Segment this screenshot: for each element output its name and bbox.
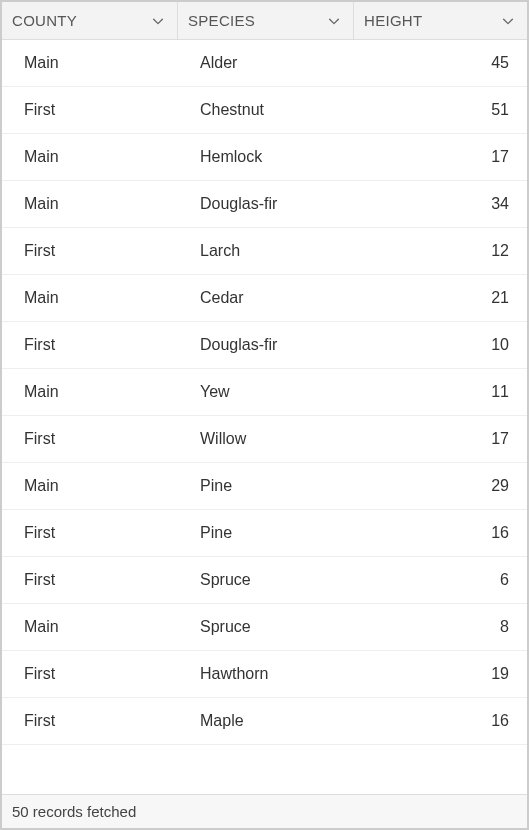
cell-species: Pine [178, 463, 354, 509]
table-row[interactable]: MainHemlock17 [2, 134, 527, 181]
cell-county: Main [2, 40, 178, 86]
cell-county: First [2, 322, 178, 368]
cell-species: Yew [178, 369, 354, 415]
cell-height: 45 [354, 40, 527, 86]
grid-header: COUNTY SPECIES HEIGHT [2, 2, 527, 40]
cell-height: 16 [354, 698, 527, 744]
cell-county: First [2, 557, 178, 603]
column-header-height[interactable]: HEIGHT [354, 2, 527, 39]
table-row[interactable]: FirstChestnut51 [2, 87, 527, 134]
cell-height: 10 [354, 322, 527, 368]
cell-county: First [2, 698, 178, 744]
cell-height: 21 [354, 275, 527, 321]
cell-species: Douglas-fir [178, 322, 354, 368]
cell-height: 8 [354, 604, 527, 650]
cell-height: 19 [354, 651, 527, 697]
chevron-down-icon[interactable] [151, 14, 165, 28]
cell-species: Chestnut [178, 87, 354, 133]
cell-county: Main [2, 134, 178, 180]
cell-county: First [2, 87, 178, 133]
cell-species: Douglas-fir [178, 181, 354, 227]
table-row[interactable]: MainYew11 [2, 369, 527, 416]
table-row[interactable]: FirstSpruce6 [2, 557, 527, 604]
cell-county: First [2, 228, 178, 274]
status-text: 50 records fetched [12, 803, 136, 820]
table-row[interactable]: MainAlder45 [2, 40, 527, 87]
cell-species: Cedar [178, 275, 354, 321]
table-row[interactable]: MainPine29 [2, 463, 527, 510]
cell-county: Main [2, 369, 178, 415]
cell-species: Spruce [178, 557, 354, 603]
cell-species: Maple [178, 698, 354, 744]
cell-height: 17 [354, 134, 527, 180]
table-row[interactable]: FirstPine16 [2, 510, 527, 557]
cell-county: First [2, 651, 178, 697]
cell-species: Spruce [178, 604, 354, 650]
table-row[interactable]: FirstWillow17 [2, 416, 527, 463]
chevron-down-icon[interactable] [501, 14, 515, 28]
table-row[interactable]: MainCedar21 [2, 275, 527, 322]
cell-species: Larch [178, 228, 354, 274]
cell-species: Hawthorn [178, 651, 354, 697]
grid-footer: 50 records fetched [2, 794, 527, 828]
table-row[interactable]: FirstDouglas-fir10 [2, 322, 527, 369]
table-row[interactable]: FirstLarch12 [2, 228, 527, 275]
cell-height: 12 [354, 228, 527, 274]
cell-county: Main [2, 275, 178, 321]
chevron-down-icon[interactable] [327, 14, 341, 28]
cell-height: 34 [354, 181, 527, 227]
column-header-label: SPECIES [188, 12, 255, 29]
table-row[interactable]: MainSpruce8 [2, 604, 527, 651]
grid-body: MainAlder45FirstChestnut51MainHemlock17M… [2, 40, 527, 794]
cell-height: 6 [354, 557, 527, 603]
cell-county: Main [2, 604, 178, 650]
column-header-county[interactable]: COUNTY [2, 2, 178, 39]
cell-height: 11 [354, 369, 527, 415]
cell-species: Pine [178, 510, 354, 556]
cell-county: Main [2, 181, 178, 227]
column-header-species[interactable]: SPECIES [178, 2, 354, 39]
cell-county: First [2, 416, 178, 462]
cell-height: 29 [354, 463, 527, 509]
column-header-label: COUNTY [12, 12, 77, 29]
table-row[interactable]: MainDouglas-fir34 [2, 181, 527, 228]
cell-species: Willow [178, 416, 354, 462]
cell-county: Main [2, 463, 178, 509]
cell-species: Alder [178, 40, 354, 86]
cell-county: First [2, 510, 178, 556]
cell-species: Hemlock [178, 134, 354, 180]
column-header-label: HEIGHT [364, 12, 422, 29]
cell-height: 16 [354, 510, 527, 556]
cell-height: 51 [354, 87, 527, 133]
table-row[interactable]: FirstMaple16 [2, 698, 527, 745]
cell-height: 17 [354, 416, 527, 462]
data-grid: COUNTY SPECIES HEIGHT MainAlder45FirstCh… [0, 0, 529, 830]
table-row[interactable]: FirstHawthorn19 [2, 651, 527, 698]
